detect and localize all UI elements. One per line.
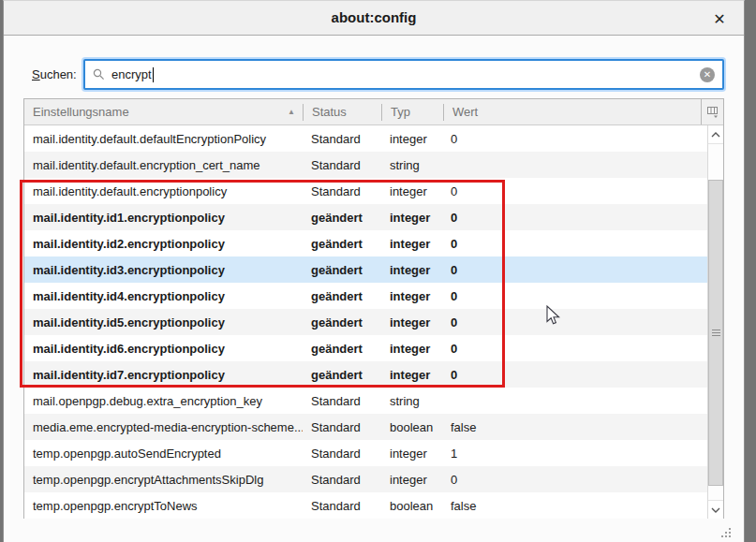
pref-status-cell: geändert xyxy=(303,211,381,225)
pref-value-cell: false xyxy=(442,499,708,513)
pref-status-cell: Standard xyxy=(303,158,381,172)
column-header-wert[interactable]: Wert xyxy=(444,99,701,125)
table-columns-icon xyxy=(706,106,719,119)
pref-value-cell: 0 xyxy=(442,184,708,198)
pref-status-cell: Standard xyxy=(303,132,381,146)
pref-status-cell: geändert xyxy=(303,315,381,330)
pref-name-cell: mail.identity.id3.encryptionpolicy xyxy=(24,263,303,277)
pref-name-cell: mail.identity.default.encryptionpolicy xyxy=(24,184,303,198)
pref-row[interactable]: mail.identity.id4.encryptionpolicygeände… xyxy=(24,283,708,309)
prefs-table: Einstellungsname ▲ Status Typ Wert mail.… xyxy=(23,98,724,519)
pref-status-cell: Standard xyxy=(303,473,381,487)
pref-type-cell: string xyxy=(381,158,442,172)
pref-name-cell: mail.identity.id2.encryptionpolicy xyxy=(24,237,303,251)
pref-type-cell: integer xyxy=(381,237,442,251)
pref-row[interactable]: temp.openpgp.autoSendEncryptedStandardin… xyxy=(24,440,708,466)
pref-type-cell: integer xyxy=(381,473,442,487)
config-editor-window: about:config ✕ Suchen: encrypt ✕ Einstel… xyxy=(3,0,745,542)
column-header-typ[interactable]: Typ xyxy=(382,99,443,125)
pref-type-cell: integer xyxy=(381,315,442,330)
pref-value-cell: 0 xyxy=(442,263,708,277)
search-query-text: encrypt xyxy=(111,67,152,81)
pref-status-cell: Standard xyxy=(303,447,381,461)
pref-value-cell: 0 xyxy=(442,237,708,251)
pref-row[interactable]: media.eme.encrypted-media-encryption-sch… xyxy=(24,414,708,440)
pref-name-cell: mail.identity.id5.encryptionpolicy xyxy=(24,315,303,330)
pref-row[interactable]: temp.openpgp.encryptToNewsStandardboolea… xyxy=(24,492,708,519)
pref-type-cell: integer xyxy=(381,289,442,303)
pref-value-cell: false xyxy=(442,420,708,434)
pref-type-cell: integer xyxy=(381,211,442,225)
pref-type-cell: integer xyxy=(381,263,442,277)
text-caret xyxy=(153,67,154,82)
pref-row[interactable]: mail.identity.id6.encryptionpolicygeände… xyxy=(24,335,708,361)
scrollbar-grip xyxy=(712,328,720,338)
pref-type-cell: integer xyxy=(381,184,442,198)
pref-row[interactable]: temp.openpgp.encryptAttachmentsSkipDlgSt… xyxy=(24,466,708,492)
close-icon: ✕ xyxy=(713,10,725,28)
pref-type-cell: integer xyxy=(381,132,442,146)
pref-name-cell: mail.identity.id4.encryptionpolicy xyxy=(24,289,303,303)
pref-name-cell: temp.openpgp.encryptAttachmentsSkipDlg xyxy=(24,473,303,487)
sort-ascending-icon: ▲ xyxy=(288,108,295,116)
column-picker-button[interactable] xyxy=(701,99,723,125)
column-header-status[interactable]: Status xyxy=(304,99,381,125)
pref-row[interactable]: mail.identity.default.defaultEncryptionP… xyxy=(24,125,708,152)
pref-value-cell: 0 xyxy=(442,289,708,303)
pref-name-cell: mail.identity.id6.encryptionpolicy xyxy=(24,342,303,356)
pref-value-cell: 0 xyxy=(442,132,708,146)
pref-type-cell: string xyxy=(381,394,442,408)
pref-type-cell: integer xyxy=(381,342,442,356)
clear-search-button[interactable]: ✕ xyxy=(700,67,715,82)
scroll-up-button[interactable] xyxy=(708,125,723,144)
pref-row[interactable]: mail.identity.default.encryption_cert_na… xyxy=(24,152,708,178)
pref-type-cell: integer xyxy=(381,447,442,461)
pref-status-cell: geändert xyxy=(303,342,381,356)
resize-grip[interactable] xyxy=(719,526,732,538)
pref-name-cell: mail.openpgp.debug.extra_encryption_key xyxy=(24,394,303,408)
pref-row[interactable]: mail.identity.id7.encryptionpolicygeände… xyxy=(24,361,708,388)
pref-row[interactable]: mail.identity.id2.encryptionpolicygeände… xyxy=(24,230,708,256)
pref-value-cell: 0 xyxy=(442,342,708,356)
pref-value-cell: 0 xyxy=(442,315,708,330)
pref-type-cell: boolean xyxy=(381,420,442,434)
pref-status-cell: Standard xyxy=(303,420,381,434)
pref-row[interactable]: mail.identity.id5.encryptionpolicygeände… xyxy=(24,309,708,335)
titlebar: about:config ✕ xyxy=(4,1,744,36)
pref-status-cell: geändert xyxy=(303,263,381,277)
pref-name-cell: mail.identity.id1.encryptionpolicy xyxy=(24,211,303,225)
pref-name-cell: temp.openpgp.encryptToNews xyxy=(24,499,303,513)
chevron-down-icon xyxy=(711,507,720,513)
pref-value-cell: 0 xyxy=(442,368,708,382)
pref-status-cell: Standard xyxy=(303,394,381,408)
pref-name-cell: mail.identity.default.encryption_cert_na… xyxy=(24,158,303,172)
pref-status-cell: geändert xyxy=(303,368,381,382)
column-header-name[interactable]: Einstellungsname ▲ xyxy=(24,99,303,125)
pref-row[interactable]: mail.identity.id3.encryptionpolicygeände… xyxy=(24,256,708,283)
pref-name-cell: mail.identity.default.defaultEncryptionP… xyxy=(24,132,303,146)
pref-value-cell: 1 xyxy=(442,447,708,461)
pref-value-cell: 0 xyxy=(442,473,708,487)
pref-value-cell: 0 xyxy=(442,211,708,225)
pref-row[interactable]: mail.identity.id1.encryptionpolicygeände… xyxy=(24,204,708,230)
pref-status-cell: Standard xyxy=(303,499,381,513)
search-input[interactable]: encrypt ✕ xyxy=(83,59,724,90)
pref-name-cell: mail.identity.id7.encryptionpolicy xyxy=(24,368,303,382)
scroll-down-button[interactable] xyxy=(708,500,723,519)
chevron-up-icon xyxy=(711,132,720,138)
pref-row[interactable]: mail.identity.default.encryptionpolicySt… xyxy=(24,178,708,204)
pref-name-cell: temp.openpgp.autoSendEncrypted xyxy=(24,447,303,461)
pref-row[interactable]: mail.openpgp.debug.extra_encryption_keyS… xyxy=(24,388,708,414)
prefs-table-body: mail.identity.default.defaultEncryptionP… xyxy=(24,125,708,519)
close-button[interactable]: ✕ xyxy=(707,7,732,31)
scrollbar-thumb[interactable] xyxy=(708,180,723,486)
pref-status-cell: Standard xyxy=(303,184,381,198)
table-header: Einstellungsname ▲ Status Typ Wert xyxy=(24,99,723,125)
search-label: Suchen: xyxy=(32,67,77,81)
vertical-scrollbar[interactable] xyxy=(707,125,723,519)
pref-type-cell: boolean xyxy=(381,499,442,513)
search-icon xyxy=(93,68,105,81)
window-title: about:config xyxy=(4,9,744,25)
pref-status-cell: geändert xyxy=(303,289,381,303)
pref-type-cell: integer xyxy=(381,368,442,382)
